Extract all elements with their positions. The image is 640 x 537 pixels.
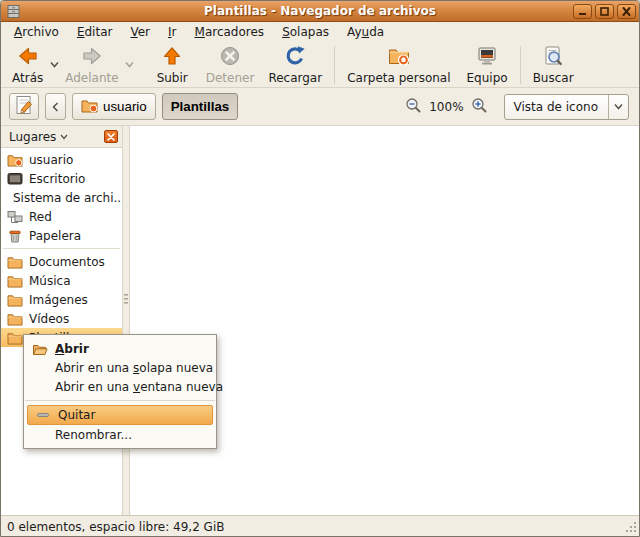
sidebar-item-label: Música bbox=[29, 274, 71, 288]
sidebar-item-label: Papelera bbox=[29, 229, 81, 243]
folder-icon bbox=[7, 312, 23, 326]
sidebar-item-escritorio[interactable]: Escritorio bbox=[1, 169, 122, 188]
sidebar-header[interactable]: Lugares bbox=[1, 126, 122, 148]
menu-ver[interactable]: Ver bbox=[121, 23, 159, 41]
forward-history-chevron-icon[interactable] bbox=[124, 45, 136, 85]
titlebar[interactable]: Plantillas - Navegador de archivos bbox=[1, 1, 639, 22]
pane-splitter[interactable] bbox=[123, 126, 130, 515]
desktop-icon bbox=[7, 172, 23, 186]
toolbar-separator bbox=[520, 46, 521, 84]
edit-location-button[interactable] bbox=[9, 93, 39, 120]
maximize-button[interactable] bbox=[595, 4, 614, 19]
main-area: Lugares usuario bbox=[1, 126, 639, 515]
sidebar-item-label: Escritorio bbox=[29, 172, 85, 186]
location-bar: usuario Plantillas 100% bbox=[1, 88, 639, 126]
sidebar-close-button[interactable] bbox=[104, 130, 118, 143]
folder-icon bbox=[7, 331, 23, 345]
context-menu-label: Abrir en una solapa nueva bbox=[55, 361, 213, 375]
forward-button[interactable]: Adelante bbox=[60, 43, 123, 86]
stop-label: Detener bbox=[206, 71, 255, 85]
context-menu-item-quitar[interactable]: Quitar bbox=[27, 405, 213, 425]
search-icon bbox=[541, 44, 565, 71]
folder-icon bbox=[7, 255, 23, 269]
context-menu-item-abrir-ventana[interactable]: Abrir en una ventana nueva bbox=[25, 377, 215, 396]
menubar: Archivo Editar Ver Ir Marcadores Solapas… bbox=[1, 22, 639, 42]
reload-label: Recargar bbox=[268, 71, 322, 85]
menu-marcadores[interactable]: Marcadores bbox=[186, 23, 274, 41]
menu-editar[interactable]: Editar bbox=[68, 23, 122, 41]
sidebar-item-label: Red bbox=[29, 210, 52, 224]
back-button[interactable]: Atrás bbox=[7, 43, 48, 86]
remove-icon bbox=[34, 410, 51, 420]
forward-label: Adelante bbox=[65, 71, 118, 85]
reload-button[interactable]: Recargar bbox=[263, 43, 327, 86]
trash-icon bbox=[7, 229, 23, 243]
statusbar: 0 elementos, espacio libre: 49,2 GiB bbox=[1, 515, 639, 537]
search-label: Buscar bbox=[533, 71, 574, 85]
context-menu-label: Abrir en una ventana nueva bbox=[55, 380, 223, 394]
folder-icon bbox=[7, 293, 23, 307]
context-menu-label: Abrir bbox=[55, 342, 89, 356]
sidebar-item-label: Vídeos bbox=[29, 312, 69, 326]
sidebar-item-label: Documentos bbox=[29, 255, 105, 269]
search-button[interactable]: Buscar bbox=[528, 43, 579, 86]
menu-archivo[interactable]: Archivo bbox=[5, 23, 68, 41]
sidebar-item-usuario[interactable]: usuario bbox=[1, 150, 122, 169]
stop-button[interactable]: Detener bbox=[201, 43, 260, 86]
view-mode-value: Vista de icono bbox=[505, 100, 608, 114]
menu-ir[interactable]: Ir bbox=[159, 23, 185, 41]
up-button[interactable]: Subir bbox=[152, 43, 193, 86]
zoom-in-icon[interactable] bbox=[471, 97, 488, 117]
home-button[interactable]: Carpeta personal bbox=[342, 43, 455, 86]
edit-location-icon bbox=[14, 95, 35, 119]
context-menu-item-renombrar[interactable]: Renombrar... bbox=[25, 425, 215, 444]
path-scroll-left-button[interactable] bbox=[45, 93, 66, 120]
folder-open-icon bbox=[31, 342, 48, 356]
sidebar-header-label: Lugares bbox=[9, 130, 56, 144]
window-controls bbox=[573, 4, 636, 19]
sidebar-item-sistema-de-archivos[interactable]: Sistema de archi... bbox=[1, 188, 122, 207]
reload-icon bbox=[283, 44, 307, 71]
menu-ayuda[interactable]: Ayuda bbox=[338, 23, 393, 41]
home-folder-icon bbox=[7, 153, 23, 167]
back-label: Atrás bbox=[12, 71, 43, 85]
sidebar-item-red[interactable]: Red bbox=[1, 207, 122, 226]
places-sidebar: Lugares usuario bbox=[1, 126, 123, 515]
context-menu-separator bbox=[25, 400, 215, 401]
menu-solapas[interactable]: Solapas bbox=[273, 23, 338, 41]
folder-view[interactable] bbox=[130, 126, 639, 515]
chevron-down-icon bbox=[60, 134, 68, 140]
toolbar: Atrás Adelante Subir Detener bbox=[1, 42, 639, 88]
view-mode-select[interactable]: Vista de icono bbox=[504, 94, 629, 120]
sidebar-item-label: Imágenes bbox=[29, 293, 88, 307]
arrow-left-icon bbox=[16, 44, 40, 71]
resize-grip[interactable] bbox=[624, 520, 638, 537]
sidebar-item-videos[interactable]: Vídeos bbox=[1, 309, 122, 328]
back-history-chevron-icon[interactable] bbox=[48, 45, 60, 85]
close-button[interactable] bbox=[617, 4, 636, 19]
folder-icon bbox=[7, 274, 23, 288]
path-button-usuario[interactable]: usuario bbox=[72, 93, 156, 120]
sidebar-item-papelera[interactable]: Papelera bbox=[1, 226, 122, 245]
window-icon bbox=[4, 3, 22, 19]
places-list: usuario Escritorio Sistema de archi bbox=[1, 148, 122, 347]
home-folder-icon bbox=[387, 44, 411, 71]
home-label: Carpeta personal bbox=[347, 71, 450, 85]
minimize-button[interactable] bbox=[573, 4, 592, 19]
computer-button[interactable]: Equipo bbox=[462, 43, 513, 86]
path-usuario-label: usuario bbox=[103, 99, 147, 114]
toolbar-separator bbox=[334, 46, 335, 84]
sidebar-item-documentos[interactable]: Documentos bbox=[1, 252, 122, 271]
zoom-out-icon[interactable] bbox=[405, 97, 422, 117]
chevron-down-icon bbox=[608, 95, 628, 119]
context-menu: Abrir Abrir en una solapa nueva Abrir en… bbox=[23, 334, 217, 449]
path-button-plantillas[interactable]: Plantillas bbox=[162, 93, 239, 120]
sidebar-item-imagenes[interactable]: Imágenes bbox=[1, 290, 122, 309]
arrow-right-icon bbox=[80, 44, 104, 71]
context-menu-item-abrir[interactable]: Abrir bbox=[25, 339, 215, 358]
context-menu-item-abrir-solapa[interactable]: Abrir en una solapa nueva bbox=[25, 358, 215, 377]
window-title: Plantillas - Navegador de archivos bbox=[1, 4, 639, 18]
file-manager-window: Plantillas - Navegador de archivos Archi… bbox=[0, 0, 640, 537]
sidebar-item-musica[interactable]: Música bbox=[1, 271, 122, 290]
stop-icon bbox=[218, 44, 242, 71]
